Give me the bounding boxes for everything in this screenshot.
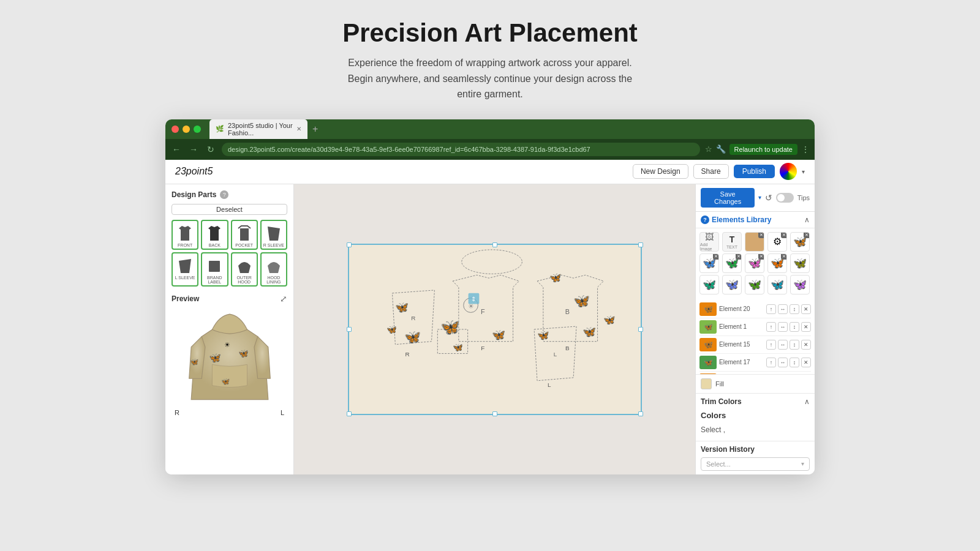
address-bar[interactable]: design.23point5.com/create/a30d39e4-9e78… [222,143,700,156]
design-parts-header: Design Parts ? [172,190,287,199]
trim-colors-collapse[interactable]: ∧ [804,397,810,406]
part-item-lsleeve[interactable]: L SLEEVE [172,252,198,287]
bookmark-icon[interactable]: ☆ [705,144,712,154]
library-gear[interactable]: ⚙ ✕ [767,232,787,252]
preview-butterfly-sleeve: 🦋 [189,358,198,366]
traffic-light-minimize[interactable] [183,126,190,133]
new-design-button[interactable]: New Design [633,164,688,179]
part-item-pocket[interactable]: POCKET [231,220,258,250]
help-icon[interactable]: ? [220,190,228,199]
back-button[interactable]: ← [170,144,183,154]
element-17-up[interactable]: ↑ [766,358,776,367]
tips-toggle[interactable] [776,193,793,203]
library-butterfly-6[interactable]: 🦋 [790,253,810,273]
library-add-image[interactable]: 🖼 Add Image [699,232,719,252]
part-item-brandlabel[interactable]: BRAND LABEL [201,252,228,287]
butterfly-rsleeve[interactable]: 🦋 [395,301,409,314]
remove-butterfly-2-btn[interactable]: ✕ [713,253,719,260]
butterfly-center[interactable]: 🦋 [492,328,506,342]
butterfly-blue-1[interactable]: 🦋 [404,328,421,345]
library-text[interactable]: T TEXT [722,232,742,252]
library-grid: 🖼 Add Image T TEXT ✕ [696,228,815,298]
butterfly-pocket[interactable]: 🦋 [453,342,464,353]
element-row-20: 🦋 Element 20 ↑ ↔ ↕ ✕ [699,301,811,318]
browser-menu-icon[interactable]: ⋮ [801,144,810,154]
gear-icon: ⚙ [773,236,782,247]
element-15-flip-v[interactable]: ↕ [790,340,799,350]
part-item-back[interactable]: BACK [201,220,228,250]
library-butterfly-8[interactable]: 🦋 [722,275,742,294]
rsleeve-garment-icon [265,223,283,243]
new-tab-button[interactable]: + [312,124,318,135]
butterfly-red[interactable]: 🦋 [603,314,616,326]
extensions-icon[interactable]: 🔧 [716,144,726,154]
element-15-up[interactable]: ↑ [766,340,776,350]
tab-title: 23point5 studio | Your Fashio... [228,122,293,137]
library-butterfly-1[interactable]: 🦋 ✕ [790,232,810,252]
butterfly-large-orange[interactable]: 🦋 [440,318,460,337]
refresh-button[interactable]: ↻ [205,144,217,154]
user-avatar[interactable] [780,163,797,180]
browser-window: 🌿 23point5 studio | Your Fashio... ✕ + ←… [165,119,815,474]
element-1-icon: 🦋 [704,323,713,331]
element-17-flip-v[interactable]: ↕ [790,358,799,367]
element-15-delete[interactable]: ✕ [801,340,811,350]
butterfly-orange-upper[interactable]: 🦋 [573,292,590,309]
element-1-delete[interactable]: ✕ [801,322,811,332]
library-butterfly-11[interactable]: 🦋 [790,275,810,294]
traffic-light-close[interactable] [172,126,179,133]
element-20-up[interactable]: ↑ [766,304,776,314]
element-1-flip-h[interactable]: ↔ [778,322,788,332]
library-butterfly-9[interactable]: 🦋 [745,275,764,294]
tab-close-btn[interactable]: ✕ [296,126,301,132]
preview-expand-button[interactable]: ⤢ [280,294,287,304]
save-dropdown-arrow[interactable]: ▾ [758,194,761,201]
element-20-flip-h[interactable]: ↔ [778,304,788,314]
remove-butterfly-4-btn[interactable]: ✕ [758,253,764,260]
forward-button[interactable]: → [187,144,200,154]
element-15-flip-h[interactable]: ↔ [778,340,788,350]
library-butterfly-10[interactable]: 🦋 [767,275,787,294]
element-1-up[interactable]: ↑ [766,322,776,332]
library-butterfly-3[interactable]: 🦋 ✕ [722,253,742,273]
share-button[interactable]: Share [693,164,729,179]
element-17-delete[interactable]: ✕ [801,358,811,367]
version-select-dropdown[interactable]: Select... ▾ [701,457,810,471]
library-butterfly-7[interactable]: 🦋 [699,275,719,294]
remove-butterfly-5-btn[interactable]: ✕ [781,253,787,260]
hoodlining-garment-icon [265,256,283,276]
element-20-delete[interactable]: ✕ [801,304,811,314]
fill-color-swatch[interactable] [701,378,712,389]
butterfly-small-left[interactable]: 🦋 [386,324,397,335]
library-collapse-button[interactable]: ∧ [804,216,810,224]
relaunch-button[interactable]: Relaunch to update [729,144,797,155]
part-item-rsleeve[interactable]: R SLEEVE [260,220,287,250]
library-butterfly-5[interactable]: 🦋 ✕ [767,253,787,273]
browser-tab-active[interactable]: 🌿 23point5 studio | Your Fashio... ✕ [209,119,307,139]
remove-butterfly-1-btn[interactable]: ✕ [804,232,810,238]
remove-gear-btn[interactable]: ✕ [781,232,787,238]
canvas-area[interactable]: F B F B [294,184,695,474]
butterfly-back-lower[interactable]: 🦋 [582,325,596,339]
element-20-flip-v[interactable]: ↕ [790,304,799,314]
save-changes-button[interactable]: Save Changes [701,188,755,208]
part-label-hoodlining: HOOD LINING [263,276,285,284]
element-1-flip-v[interactable]: ↕ [790,322,799,332]
user-menu-chevron[interactable]: ▾ [802,168,805,175]
select-comma-label: Select , [701,425,725,434]
part-item-outerhood[interactable]: OUTER HOOD [231,252,258,287]
part-item-hoodlining[interactable]: HOOD LINING [260,252,287,287]
undo-button[interactable]: ↺ [765,193,772,203]
remove-solid-btn[interactable]: ✕ [758,232,764,238]
butterfly-lsleeve[interactable]: 🦋 [537,329,549,341]
remove-butterfly-3-btn[interactable]: ✕ [736,253,742,260]
butterfly-front-upper[interactable]: 🦋 [549,272,561,283]
element-17-flip-h[interactable]: ↔ [778,358,788,367]
library-butterfly-2[interactable]: 🦋 ✕ [699,253,719,273]
traffic-light-fullscreen[interactable] [194,126,201,133]
part-item-front[interactable]: FRONT [172,220,198,250]
publish-button[interactable]: Publish [734,165,775,178]
deselect-button[interactable]: Deselect [172,204,287,215]
library-butterfly-4[interactable]: 🦋 ✕ [745,253,764,273]
library-solid[interactable]: ✕ [745,232,764,252]
